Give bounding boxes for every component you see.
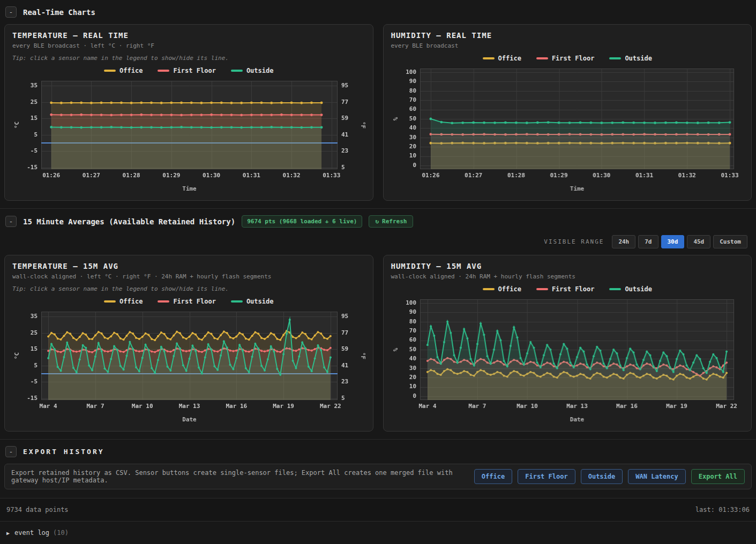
chart-title: HUMIDITY — REAL TIME — [391, 31, 744, 40]
export-outside-button[interactable]: Outside — [581, 469, 623, 484]
legend-swatch — [231, 70, 243, 72]
event-log-toggle[interactable]: ▶event log(10) — [0, 522, 756, 544]
legend-label: First Floor — [173, 298, 215, 305]
legend-label: First Floor — [173, 67, 215, 74]
temperature-realtime-chart[interactable] — [12, 77, 365, 194]
realtime-title: Real-Time Charts — [23, 8, 95, 17]
legend-swatch — [609, 288, 621, 290]
legend-item-outside[interactable]: Outside — [609, 55, 652, 62]
averages-header: - 15 Minute Averages (Available Retained… — [0, 210, 756, 234]
legend-label: Outside — [246, 67, 274, 74]
visible-range-label: VISIBLE RANGE — [544, 238, 604, 245]
collapse-realtime-button[interactable]: - — [5, 6, 17, 18]
chart-subtitle: every BLE broadcast — [391, 42, 744, 49]
chart-subtitle: wall-clock aligned · 24h RAM + hourly fl… — [391, 273, 744, 280]
chart-subtitle: wall-clock aligned · left °C · right °F … — [12, 273, 365, 280]
legend-swatch — [231, 300, 243, 303]
chart-title: TEMPERATURE — 15M AVG — [12, 262, 365, 270]
chart-title: HUMIDITY — 15M AVG — [391, 262, 744, 270]
legend-item-first-floor[interactable]: First Floor — [536, 55, 594, 62]
panel-temperature-realtime: TEMPERATURE — REAL TIME every BLE broadc… — [4, 24, 373, 201]
panel-humidity-15m-avg: HUMIDITY — 15M AVG wall-clock aligned · … — [383, 255, 752, 432]
export-description: Export retained history as CSV. Sensor b… — [11, 469, 469, 484]
realtime-header: - Real-Time Charts — [0, 1, 756, 24]
legend-swatch — [483, 288, 495, 290]
range-24h-button[interactable]: 24h — [612, 235, 635, 248]
refresh-button[interactable]: ↻ Refresh — [369, 215, 413, 228]
legend-label: First Floor — [552, 55, 594, 62]
refresh-icon: ↻ — [375, 218, 379, 225]
data-points-count: 9734 data points — [6, 506, 69, 513]
chart-area — [12, 77, 365, 194]
legend-swatch — [536, 288, 548, 290]
range-7d-button[interactable]: 7d — [638, 235, 658, 248]
legend-swatch — [158, 300, 169, 303]
panel-temperature-15m-avg: TEMPERATURE — 15M AVG wall-clock aligned… — [4, 255, 373, 432]
legend-label: Outside — [625, 285, 652, 293]
export-bar: Export retained history as CSV. Sensor b… — [4, 464, 752, 489]
visible-range-row: VISIBLE RANGE 24h 7d 30d 45d Custom — [0, 234, 756, 255]
legend-item-first-floor[interactable]: First Floor — [158, 298, 215, 305]
range-30d-button[interactable]: 30d — [661, 235, 685, 248]
last-update-time: last: 01:33:06 — [695, 506, 750, 513]
export-first-floor-button[interactable]: First Floor — [518, 469, 575, 484]
legend-swatch — [536, 57, 548, 59]
export-title: EXPORT HISTORY — [23, 448, 104, 456]
export-wan-latency-button[interactable]: WAN Latency — [628, 469, 685, 484]
legend-item-first-floor[interactable]: First Floor — [158, 67, 215, 74]
legend-item-outside[interactable]: Outside — [231, 298, 274, 305]
export-office-button[interactable]: Office — [474, 469, 512, 484]
legend-label: Office — [119, 298, 143, 305]
legend-item-office[interactable]: Office — [104, 67, 143, 74]
legend-swatch — [104, 70, 116, 72]
section-export: - EXPORT HISTORY Export retained history… — [0, 439, 756, 489]
humidity-15m-avg-chart[interactable] — [391, 295, 744, 425]
triangle-icon: ▶ — [6, 530, 10, 536]
chart-subtitle: every BLE broadcast · left °C · right °F — [12, 42, 365, 49]
chart-title: TEMPERATURE — REAL TIME — [12, 31, 365, 40]
refresh-label: Refresh — [382, 218, 407, 225]
chart-legend: OfficeFirst FloorOutside — [391, 55, 744, 62]
chart-legend: OfficeFirst FloorOutside — [12, 298, 365, 305]
status-bar: 9734 data points last: 01:33:06 — [0, 498, 756, 522]
legend-label: Office — [498, 285, 521, 293]
legend-label: Office — [498, 55, 521, 62]
legend-swatch — [483, 57, 495, 59]
legend-label: First Floor — [552, 285, 594, 293]
chart-area — [12, 307, 365, 425]
legend-item-office[interactable]: Office — [483, 55, 521, 62]
collapse-averages-button[interactable]: - — [5, 216, 17, 227]
collapse-export-button[interactable]: - — [5, 446, 17, 457]
legend-item-outside[interactable]: Outside — [609, 285, 652, 293]
temperature-15m-avg-chart[interactable] — [12, 307, 365, 425]
export-all-button[interactable]: Export All — [691, 469, 745, 484]
legend-swatch — [104, 300, 116, 303]
range-45d-button[interactable]: 45d — [687, 235, 710, 248]
legend-label: Office — [119, 67, 143, 74]
legend-swatch — [609, 57, 621, 59]
section-averages: - 15 Minute Averages (Available Retained… — [0, 208, 756, 432]
chart-legend: OfficeFirst FloorOutside — [391, 285, 744, 293]
legend-item-outside[interactable]: Outside — [231, 67, 274, 74]
chart-area — [391, 295, 744, 425]
realtime-panel-row: TEMPERATURE — REAL TIME every BLE broadc… — [0, 24, 756, 201]
averages-panel-row: TEMPERATURE — 15M AVG wall-clock aligned… — [0, 255, 756, 432]
chart-tip: Tip: click a sensor name in the legend t… — [12, 285, 365, 292]
chart-area — [391, 64, 744, 194]
humidity-realtime-chart[interactable] — [391, 64, 744, 194]
legend-item-office[interactable]: Office — [483, 285, 521, 293]
legend-label: Outside — [246, 298, 274, 305]
event-log-label: event log — [14, 529, 49, 537]
points-badge: 9674 pts (9668 loaded + 6 live) — [242, 215, 362, 228]
legend-label: Outside — [625, 55, 652, 62]
chart-tip: Tip: click a sensor name in the legend t… — [12, 55, 365, 62]
legend-swatch — [158, 70, 169, 72]
event-log-count: (10) — [53, 529, 69, 537]
section-realtime: - Real-Time Charts TEMPERATURE — REAL TI… — [0, 0, 756, 201]
export-header: - EXPORT HISTORY — [0, 441, 756, 464]
chart-legend: OfficeFirst FloorOutside — [12, 67, 365, 74]
range-custom-button[interactable]: Custom — [713, 235, 747, 248]
legend-item-office[interactable]: Office — [104, 298, 143, 305]
legend-item-first-floor[interactable]: First Floor — [536, 285, 594, 293]
panel-humidity-realtime: HUMIDITY — REAL TIME every BLE broadcast… — [383, 24, 752, 201]
